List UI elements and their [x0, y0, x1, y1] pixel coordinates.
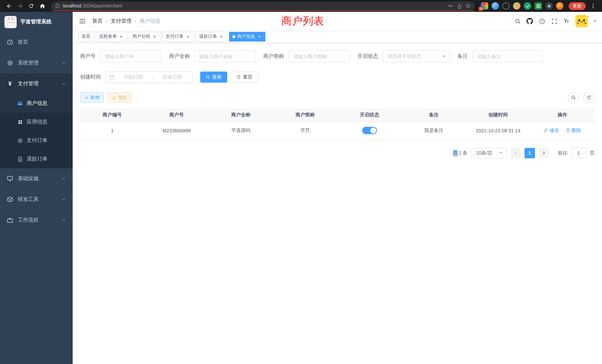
tab-close-icon[interactable]: ×	[119, 34, 124, 39]
next-page-button[interactable]	[539, 148, 549, 158]
sidebar-item-merchant-info[interactable]: 商户信息	[0, 94, 73, 113]
date-separator: -	[152, 74, 154, 80]
address-bar[interactable]: localhost:1024/pay/merchant	[51, 1, 475, 10]
tab-merchant-info-active[interactable]: 商户信息×	[229, 32, 265, 41]
tab-pay-order[interactable]: 支付订单×	[162, 32, 194, 41]
sidebar-item-refund-order[interactable]: 退款订单	[0, 150, 73, 168]
sidebar-item-payment[interactable]: ¥ 支付管理	[0, 73, 73, 94]
chevron-down-icon	[62, 197, 66, 202]
goto-page-input[interactable]	[571, 148, 586, 158]
extension-avatar-icon[interactable]	[513, 2, 520, 10]
tab-close-icon[interactable]: ×	[152, 34, 157, 39]
breadcrumb-separator: /	[106, 18, 108, 24]
browser-menu-kebab-icon[interactable]	[588, 1, 598, 11]
extension-colorful-icon[interactable]: 10	[481, 2, 488, 10]
search-button[interactable]: 搜索	[200, 72, 227, 83]
sidebar-item-label: 首页	[18, 39, 28, 46]
add-button[interactable]: 新增	[80, 92, 104, 103]
date-end-placeholder[interactable]: 结束日期	[156, 74, 189, 80]
password-key-icon[interactable]	[448, 3, 454, 9]
chevron-down-icon	[62, 61, 66, 65]
reset-button-label: 重置	[243, 74, 252, 80]
search-button-icon	[206, 75, 210, 79]
extension-check-icon[interactable]	[524, 2, 531, 10]
tab-close-icon[interactable]: ×	[219, 34, 224, 39]
extension-blue-icon[interactable]	[492, 2, 499, 10]
page-number-button[interactable]: 1	[525, 148, 535, 158]
status-toggle-on[interactable]	[362, 127, 377, 134]
sidebar-item-system[interactable]: 系统管理	[0, 53, 73, 73]
full-name-input[interactable]	[194, 50, 256, 62]
date-start-placeholder[interactable]: 开始日期	[117, 74, 150, 80]
header-search-icon[interactable]	[514, 18, 521, 24]
page-size-select[interactable]: 10条/页	[471, 148, 507, 158]
tab-close-icon[interactable]: ×	[257, 34, 262, 39]
merchant-no-input[interactable]	[100, 50, 162, 62]
page-size-value: 10条/页	[476, 150, 492, 156]
tab-process-form[interactable]: 流程表单×	[96, 32, 127, 41]
browser-home-icon[interactable]	[37, 1, 47, 11]
browser-forward-icon[interactable]	[15, 1, 25, 11]
remark-input[interactable]	[472, 50, 543, 62]
avatar-caret-down-icon[interactable]	[593, 20, 596, 23]
merchant-table: 商户编号 商户号 商户全称 商户简称 开启状态 备注 创建时间 操作 1	[80, 108, 595, 139]
user-avatar-pikachu[interactable]	[575, 15, 588, 27]
font-size-icon[interactable]	[563, 18, 570, 24]
status-select[interactable]: 请选择开启状态	[383, 50, 450, 62]
extension-sheet-icon[interactable]	[535, 2, 542, 10]
breadcrumb-item[interactable]: 首页	[92, 18, 103, 24]
toggle-search-circle-button[interactable]	[568, 92, 579, 103]
site-info-icon[interactable]	[55, 3, 60, 9]
screen: localhost:1024/pay/merchant 10 更新	[0, 0, 602, 364]
extension-emoji-icon[interactable]	[556, 2, 563, 10]
sidebar-item-infra[interactable]: 基础设施	[0, 168, 73, 189]
sidebar-item-app-info[interactable]: 应用信息	[0, 113, 73, 131]
cell-short-name: 芋艿	[273, 122, 337, 139]
refresh-table-circle-button[interactable]	[583, 92, 595, 103]
github-icon[interactable]	[526, 18, 533, 24]
goto-label: 前往	[558, 150, 568, 156]
delete-link[interactable]: 删除	[566, 127, 581, 134]
sidebar-item-workflow[interactable]: 工作流程	[0, 210, 73, 231]
browser-back-icon[interactable]	[4, 1, 14, 11]
sidebar-item-dev-tools[interactable]: 研发工具	[0, 189, 73, 210]
hamburger-fold-icon[interactable]	[78, 17, 86, 25]
extension-badge: 10	[479, 7, 483, 11]
tab-home[interactable]: 首页	[78, 32, 94, 41]
browser-toolbar: localhost:1024/pay/merchant 10 更新	[0, 0, 602, 12]
share-icon[interactable]	[457, 3, 462, 9]
reset-button[interactable]: 重置	[231, 72, 258, 83]
tab-refund-order[interactable]: 退款订单×	[196, 32, 227, 41]
browser-update-button[interactable]: 更新	[569, 2, 586, 10]
sidebar-item-pay-order[interactable]: 支付订单	[0, 131, 73, 150]
sidebar-item-home[interactable]: 首页	[0, 32, 73, 53]
col-header-merchant-no: 商户号	[144, 108, 209, 122]
extension-record-icon[interactable]	[502, 2, 510, 10]
trash-icon	[566, 128, 570, 133]
help-question-icon[interactable]: ?	[539, 18, 545, 24]
goto-suffix: 页	[590, 150, 595, 156]
edit-link[interactable]: 修改	[544, 127, 559, 134]
browser-reload-icon[interactable]	[26, 1, 36, 11]
extensions-row: 10	[481, 2, 563, 10]
search-form-row-1: 商户号 商户全称 商户简称 开启状态 请选择开启状态	[80, 50, 595, 62]
fullscreen-icon[interactable]	[551, 18, 558, 24]
prev-page-button[interactable]	[510, 148, 521, 158]
document-icon	[17, 156, 23, 162]
bookmark-star-icon[interactable]	[465, 3, 471, 9]
extension-pinwheel-icon[interactable]	[545, 2, 553, 10]
tab-close-icon[interactable]: ×	[185, 34, 191, 39]
monitor-icon	[7, 175, 13, 182]
tab-user-group[interactable]: 用户分组×	[129, 32, 161, 41]
short-name-input[interactable]	[288, 50, 350, 62]
breadcrumb-item[interactable]: 支付管理	[111, 18, 132, 24]
chevron-down-icon	[62, 218, 66, 222]
export-button[interactable]: 导出	[108, 92, 131, 103]
sidebar-logo[interactable]: 芋道管理系统	[0, 12, 73, 32]
sidebar-item-label: 研发工具	[18, 196, 39, 203]
cell-id: 1	[80, 122, 144, 139]
bank-card-icon	[17, 100, 23, 106]
create-time-range-picker[interactable]: 开始日期 - 结束日期	[105, 71, 193, 83]
url-path: :1024/pay/merchant	[81, 3, 122, 9]
box-icon	[7, 196, 13, 203]
